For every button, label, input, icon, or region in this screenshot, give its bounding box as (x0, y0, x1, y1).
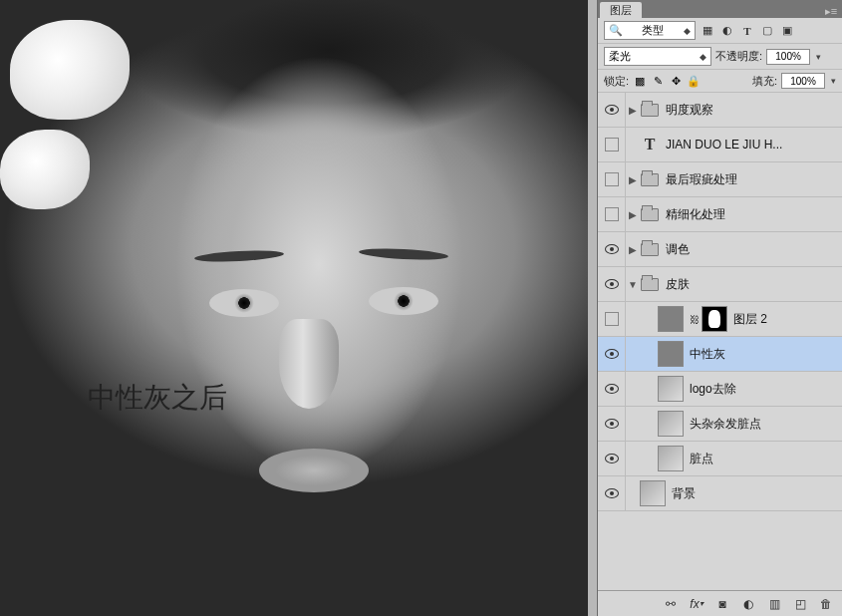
visibility-toggle[interactable] (598, 162, 626, 196)
panel-menu-icon[interactable]: ▸≡ (824, 5, 842, 18)
panel-tabbar: 图层 ▸≡ (598, 0, 842, 18)
filter-type-icon[interactable]: T (739, 23, 755, 39)
mask-link-icon[interactable]: ⛓ (690, 314, 700, 325)
chevron-down-icon: ◆ (700, 52, 706, 62)
visibility-toggle[interactable] (598, 442, 626, 475)
filter-adjust-icon[interactable]: ◐ (719, 23, 735, 39)
layer-row[interactable]: ▶精细化处理 (598, 197, 842, 232)
folder-icon (640, 97, 660, 123)
disclosure-triangle[interactable]: ▼ (626, 279, 640, 290)
new-layer-icon[interactable]: ◰ (792, 596, 808, 612)
flower-decoration (10, 20, 130, 120)
nose-shape (279, 319, 339, 409)
layer-row[interactable]: ⛓图层 2 (598, 302, 842, 337)
visibility-toggle[interactable] (598, 337, 626, 371)
disclosure-triangle[interactable]: ▶ (626, 105, 640, 116)
canvas-overlay-text: 中性灰之后 (88, 379, 227, 417)
new-group-icon[interactable]: ▥ (766, 596, 782, 612)
eye-shape (209, 289, 279, 317)
link-layers-icon[interactable]: ⚯ (663, 596, 679, 612)
fx-icon[interactable]: fx▾ (689, 596, 704, 612)
blend-row: 柔光 ◆ 不透明度: 100% ▾ (598, 44, 842, 70)
layer-name[interactable]: 最后瑕疵处理 (666, 171, 737, 188)
disclosure-triangle[interactable]: ▶ (626, 209, 640, 220)
layer-name[interactable]: logo去除 (690, 381, 736, 398)
visibility-toggle[interactable] (598, 267, 626, 301)
type-layer-icon: T (640, 132, 660, 157)
folder-icon (640, 201, 660, 227)
new-adjustment-icon[interactable]: ◐ (740, 596, 756, 612)
disclosure-triangle[interactable]: ▶ (626, 174, 640, 185)
filter-pixel-icon[interactable]: ▦ (700, 23, 715, 39)
eye-icon (605, 419, 619, 429)
layer-name[interactable]: 背景 (672, 485, 696, 502)
lock-position-icon[interactable]: ✥ (669, 75, 683, 88)
chevron-down-icon: ◆ (684, 26, 691, 36)
visibility-toggle[interactable] (598, 302, 626, 336)
folder-icon (640, 236, 660, 262)
visibility-toggle[interactable] (598, 407, 626, 441)
visibility-toggle[interactable] (598, 372, 626, 406)
lock-pixels-icon[interactable]: ✎ (651, 75, 665, 88)
visibility-toggle[interactable] (598, 128, 626, 161)
layer-row[interactable]: logo去除 (598, 372, 842, 407)
blend-mode-value: 柔光 (609, 49, 631, 64)
eye-icon (605, 279, 619, 289)
layer-name[interactable]: 调色 (666, 241, 690, 258)
eye-shape (369, 287, 438, 315)
opacity-input[interactable]: 100% (766, 49, 810, 65)
blend-mode-select[interactable]: 柔光 ◆ (604, 47, 711, 66)
mouth-shape (259, 449, 369, 492)
add-mask-icon[interactable]: ◙ (714, 596, 730, 612)
layer-row[interactable]: ▶最后瑕疵处理 (598, 162, 842, 197)
layer-thumbnail[interactable] (658, 376, 684, 402)
flower-decoration (0, 130, 90, 209)
layer-name[interactable]: JIAN DUO LE JIU H... (666, 138, 782, 152)
layer-thumbnail[interactable] (658, 446, 684, 471)
layer-name[interactable]: 头杂余发脏点 (690, 416, 761, 433)
layer-name[interactable]: 明度观察 (666, 102, 713, 119)
delete-layer-icon[interactable]: 🗑 (818, 596, 834, 612)
visibility-toggle[interactable] (598, 232, 626, 266)
layer-name[interactable]: 皮肤 (666, 276, 690, 293)
layer-thumbnail[interactable] (658, 411, 684, 437)
layer-row[interactable]: 中性灰 (598, 337, 842, 372)
chevron-down-icon[interactable]: ▾ (816, 52, 821, 62)
layer-thumbnail[interactable] (658, 341, 684, 367)
chevron-down-icon[interactable]: ▾ (831, 76, 836, 86)
layer-row[interactable]: ▼皮肤 (598, 267, 842, 302)
layers-panel: 图层 ▸≡ 🔍 类型 ◆ ▦ ◐ T ▢ ▣ 柔光 ◆ 不透明度: 100% ▾… (597, 0, 842, 616)
layer-thumbnail[interactable] (658, 306, 684, 332)
layer-row[interactable]: ▶调色 (598, 232, 842, 267)
layer-name[interactable]: 脏点 (690, 451, 713, 467)
layer-row[interactable]: TJIAN DUO LE JIU H... (598, 128, 842, 162)
eye-icon (605, 244, 619, 254)
layer-name[interactable]: 图层 2 (733, 311, 767, 328)
document-canvas[interactable]: 中性灰之后 (0, 0, 588, 616)
layer-name[interactable]: 精细化处理 (666, 206, 725, 223)
filter-kind-select[interactable]: 🔍 类型 ◆ (604, 21, 696, 40)
layer-thumbnail[interactable] (640, 480, 666, 506)
filter-smart-icon[interactable]: ▣ (779, 23, 795, 39)
layer-row[interactable]: 头杂余发脏点 (598, 407, 842, 442)
visibility-toggle[interactable] (598, 476, 626, 510)
search-icon: 🔍 (609, 24, 623, 37)
layer-row[interactable]: 背景 (598, 476, 842, 511)
layers-footer: ⚯ fx▾ ◙ ◐ ▥ ◰ 🗑 (598, 590, 842, 616)
layer-list[interactable]: ▶明度观察TJIAN DUO LE JIU H...▶最后瑕疵处理▶精细化处理▶… (598, 93, 842, 590)
visibility-toggle[interactable] (598, 93, 626, 127)
layer-name[interactable]: 中性灰 (690, 346, 725, 363)
folder-icon (640, 166, 660, 192)
lock-transparent-icon[interactable]: ▩ (633, 75, 647, 88)
layer-row[interactable]: 脏点 (598, 442, 842, 476)
layer-row[interactable]: ▶明度观察 (598, 93, 842, 128)
visibility-toggle[interactable] (598, 197, 626, 231)
lock-all-icon[interactable]: 🔒 (687, 75, 701, 88)
filter-shape-icon[interactable]: ▢ (759, 23, 775, 39)
fill-input[interactable]: 100% (781, 73, 825, 89)
mask-thumbnail[interactable] (702, 306, 727, 332)
opacity-value: 100% (775, 51, 801, 62)
disclosure-triangle[interactable]: ▶ (626, 244, 640, 255)
tab-layers[interactable]: 图层 (600, 2, 642, 18)
lock-row: 锁定: ▩ ✎ ✥ 🔒 填充: 100% ▾ (598, 70, 842, 93)
